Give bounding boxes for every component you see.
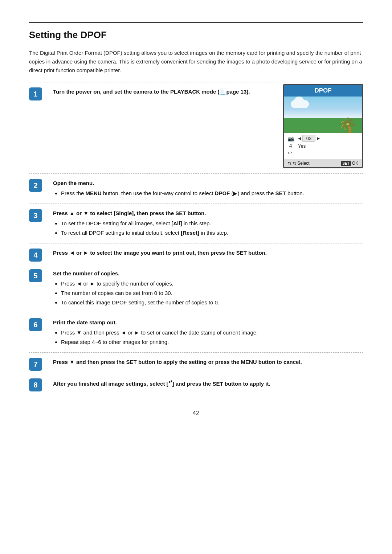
step-content-8: After you finished all image settings, s… — [48, 373, 363, 395]
step-3-bullets: To set the DPOF setting for all images, … — [61, 219, 363, 237]
step-content-2: Open the menu. Press the MENU button, th… — [48, 174, 363, 204]
step-number-col-3: 3 — [29, 204, 48, 222]
step-6-title: Print the date stamp out. — [53, 318, 363, 327]
step-content-1: Turn the power on, and set the camera to… — [48, 82, 363, 173]
dpof-camera-icon: 📷 — [288, 136, 298, 141]
dpof-camera-screen: DPOF 🌴 📷 — [283, 84, 363, 168]
step-4-title: Press ◄ or ► to select the image you wan… — [53, 249, 363, 257]
step-badge-5: 5 — [29, 269, 42, 282]
step-content-5: Set the number of copies. Press ◄ or ► t… — [48, 264, 363, 313]
step-row-4: 4 Press ◄ or ► to select the image you w… — [29, 243, 363, 264]
dpof-cloud — [291, 100, 309, 108]
dpof-return-row: ↩ — [288, 150, 358, 156]
book-icon: 📃 — [219, 89, 226, 95]
step-content-4: Press ◄ or ► to select the image you wan… — [48, 243, 363, 264]
dpof-ok-label: OK — [352, 161, 358, 166]
step-5-bullet-1: Press ◄ or ► to specify the number of co… — [61, 279, 363, 288]
intro-paragraph: The Digital Print Order Format (DPOF) se… — [29, 49, 363, 75]
step-3-bullet-2: To reset all DPOF settings to initial de… — [61, 229, 363, 237]
return-icon: ↵ — [168, 379, 172, 385]
step-number-col-8: 8 — [29, 373, 48, 391]
step-3-bullet-1: To set the DPOF setting for all images, … — [61, 219, 363, 228]
step-6-bullet-1: Press ▼ and then press ◄ or ► to set or … — [61, 328, 363, 337]
step-row-7: 7 Press ▼ and then press the SET button … — [29, 353, 363, 373]
step-badge-7: 7 — [29, 358, 42, 371]
step-badge-4: 4 — [29, 249, 42, 262]
dpof-print-icon: 🖨 — [288, 143, 298, 149]
step-number-col-1: 1 — [29, 82, 48, 100]
step-7-title: Press ▼ and then press the SET button to… — [53, 358, 363, 366]
dpof-print-row: 🖨 Yes — [288, 143, 358, 149]
dpof-screen-title: DPOF — [284, 85, 362, 97]
step-number-col-5: 5 — [29, 264, 48, 282]
step-badge-6: 6 — [29, 318, 42, 331]
step-row-1: 1 Turn the power on, and set the camera … — [29, 82, 363, 173]
dpof-left-arrow: ◀ — [298, 136, 301, 141]
step-6-bullets: Press ▼ and then press ◄ or ► to set or … — [61, 328, 363, 346]
dpof-return-icon: ↩ — [288, 150, 298, 156]
dpof-copies-row: 📷 ◀ 03 ▶ — [288, 135, 358, 142]
step-badge-1: 1 — [29, 87, 42, 100]
dpof-set-badge: SET — [341, 161, 351, 166]
step-row-3: 3 Press ▲ or ▼ to select [Single], then … — [29, 204, 363, 243]
step-5-bullet-3: To cancel this image DPOF setting, set t… — [61, 298, 363, 307]
step-2-title: Open the menu. — [53, 179, 363, 188]
page: Setting the DPOF The Digital Print Order… — [0, 0, 392, 554]
dpof-select-label: ⇆ Select — [293, 161, 310, 166]
step-8-title: After you finished all image settings, s… — [53, 378, 363, 388]
step-3-title: Press ▲ or ▼ to select [Single], then pr… — [53, 209, 363, 218]
dpof-image-area: 🌴 — [284, 97, 362, 133]
top-border — [29, 22, 363, 23]
step-row-8: 8 After you finished all image settings,… — [29, 373, 363, 395]
step-1-with-image: Turn the power on, and set the camera to… — [53, 87, 363, 168]
step-content-6: Print the date stamp out. Press ▼ and th… — [48, 313, 363, 352]
dpof-print-label: Yes — [298, 143, 306, 149]
dpof-ground: 🌴 — [284, 118, 362, 133]
step-1-text: Turn the power on, and set the camera to… — [53, 87, 276, 98]
dpof-palm: 🌴 — [338, 118, 357, 133]
page-title: Setting the DPOF — [29, 29, 363, 41]
step-number-col-4: 4 — [29, 243, 48, 262]
step-badge-8: 8 — [29, 378, 42, 391]
step-content-7: Press ▼ and then press the SET button to… — [48, 353, 363, 373]
step-badge-3: 3 — [29, 209, 42, 222]
step-badge-2: 2 — [29, 179, 42, 192]
step-number-col-7: 7 — [29, 353, 48, 371]
dpof-ok-btn: SET OK — [341, 161, 358, 166]
steps-area: 1 Turn the power on, and set the camera … — [29, 82, 363, 395]
dpof-screen: DPOF 🌴 📷 — [283, 84, 363, 168]
step-2-bullet-1: Press the MENU button, then use the four… — [61, 189, 363, 198]
separator-end — [29, 395, 363, 395]
step-5-bullet-2: The number of copies can be set from 0 t… — [61, 289, 363, 297]
step-content-3: Press ▲ or ▼ to select [Single], then pr… — [48, 204, 363, 243]
dpof-bottom-bar: ⇆ ⇆ Select SET OK — [284, 159, 362, 167]
step-row-6: 6 Print the date stamp out. Press ▼ and … — [29, 313, 363, 352]
step-number-col-2: 2 — [29, 174, 48, 192]
dpof-select-btn: ⇆ ⇆ Select — [288, 161, 310, 166]
step-row-2: 2 Open the menu. Press the MENU button, … — [29, 174, 363, 204]
dpof-right-arrow: ▶ — [317, 136, 320, 141]
step-2-bullets: Press the MENU button, then use the four… — [61, 189, 363, 198]
step-row-5: 5 Set the number of copies. Press ◄ or ►… — [29, 264, 363, 313]
dpof-copies-value: 03 — [302, 135, 315, 142]
step-5-title: Set the number of copies. — [53, 269, 363, 278]
page-number: 42 — [29, 410, 363, 417]
step-number-col-6: 6 — [29, 313, 48, 331]
step-5-bullets: Press ◄ or ► to specify the number of co… — [61, 279, 363, 307]
step-6-bullet-2: Repeat step 4~6 to other images for prin… — [61, 338, 363, 346]
step-1-title: Turn the power on, and set the camera to… — [53, 87, 276, 96]
dpof-copies-nav: ◀ 03 ▶ — [298, 135, 320, 142]
dpof-select-arrows: ⇆ — [288, 161, 291, 166]
dpof-controls-area: 📷 ◀ 03 ▶ 🖨 Yes — [284, 133, 362, 159]
